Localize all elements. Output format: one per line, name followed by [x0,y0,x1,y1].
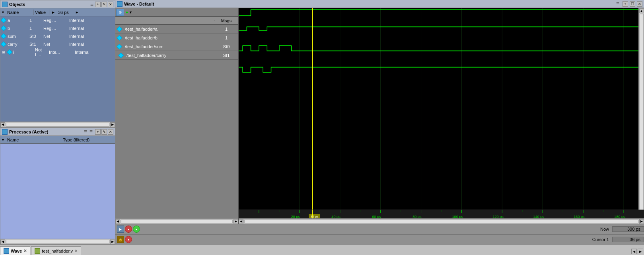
wave-scroll-left[interactable]: ◀ [239,219,243,224]
status-icon-1[interactable]: ▶ [117,226,124,233]
sig-scroll-left[interactable]: ◀ [115,219,120,224]
wave-add-btn[interactable]: + [623,1,628,7]
signal-icon [1,18,6,23]
obj-type-i: Inte... [48,49,74,55]
signal-h-scroll[interactable]: ◀ ▶ [115,218,238,224]
svg-text:160 ps: 160 ps [574,215,585,218]
status-icons-row1: ▶ ● ● [115,225,142,233]
sig-val-a: 1 [214,26,238,32]
objects-titlebar: Objects ☰ + ✎ ✕ [0,0,115,8]
table-row[interactable]: sum St0 Net Internal [0,32,115,40]
table-row[interactable]: b 1 Regi... Internal [0,24,115,32]
obj-name-carry: carry [7,41,29,47]
tab-scroll-right[interactable]: ▶ [638,249,643,254]
waveform-canvas[interactable] [239,8,644,210]
signal-icon-b [117,35,122,40]
expand-icon[interactable]: ⊞ [2,50,5,54]
processes-resize-handle[interactable]: ☰ [84,130,87,134]
sig-name-carry: /test_halfadder/carry [125,53,214,58]
svg-text:100 ps: 100 ps [452,215,463,218]
objects-resize-handle[interactable]: ☰ [90,2,93,6]
status-icon-4[interactable]: ● [125,236,132,243]
status-row-cursor: 🔒 ● Cursor 1 36 ps [115,235,644,245]
objects-edit-btn[interactable]: ✎ [101,2,107,7]
objects-add-btn[interactable]: + [95,2,101,7]
tab-scroll-left[interactable]: ◀ [631,249,637,254]
sig-scroll-right[interactable]: ▶ [233,219,238,224]
objects-panel: Objects ☰ + ✎ ✕ ▼ Name Value ▶ 36 ps ► [0,0,115,128]
wave-close-btn[interactable]: ✕ [637,1,642,7]
processes-rows [0,144,115,239]
waveform-h-scroll[interactable]: ◀ ▶ [239,218,644,224]
wave-dropdown-arrow[interactable]: ▼ [129,10,132,14]
processes-resize-handle2[interactable]: ☰ [89,130,93,134]
signal-list-header: Msgs [115,17,238,25]
wave-scroll-right[interactable]: ▶ [639,219,644,224]
wave-signal-indicator: ● [126,10,128,14]
proc-scroll-right[interactable]: ▶ [110,239,115,244]
status-icon-2[interactable]: ● [125,226,132,233]
processes-h-scroll[interactable]: ◀ ▶ [0,239,115,244]
sort-triangle[interactable]: ▼ [0,10,6,15]
obj-val-carry: St1 [29,41,43,47]
list-item[interactable]: /test_halfadder/sum St0 [115,42,238,51]
cursor-value: 36 ps [612,237,644,242]
processes-edit-btn[interactable]: ✎ [101,129,107,135]
list-item[interactable]: /test_halfadder/a 1 [115,25,238,33]
svg-text:60 ps: 60 ps [372,215,381,218]
scroll-right-btn[interactable]: ▶ [110,122,115,127]
table-row[interactable]: a 1 Regi... Internal [0,16,115,24]
wave-resize-handle[interactable]: ☰ [616,2,619,6]
sig-val-sum: St0 [214,44,238,49]
processes-close-btn[interactable]: ✕ [108,129,113,135]
wave-add-signal-btn[interactable]: ⊕ [116,9,124,16]
timeline-svg: 20 ps 40 ps 60 ps 80 ps 100 ps 120 ps 14… [239,210,644,218]
obj-scope-a: Internal [68,18,98,23]
proc-scroll-left[interactable]: ◀ [0,239,5,244]
status-icon-3[interactable]: ● [133,226,140,233]
table-row[interactable]: carry St1 Net Internal [0,40,115,48]
status-icon-lock[interactable]: 🔒 [117,236,124,243]
tab-wave[interactable]: Wave ✕ [0,246,30,255]
signal-icon-sum [117,43,122,49]
objects-h-scroll[interactable]: ◀ ▶ [0,122,115,127]
list-item[interactable]: /test_halfadder/carry St1 [115,51,238,60]
obj-scope-sum: Internal [68,33,98,39]
objects-close-btn[interactable]: ✕ [108,2,113,7]
wave-tab-close[interactable]: ✕ [23,249,27,253]
v-scroll-up[interactable]: ▲ [639,8,644,13]
sig-col-name-header [115,20,214,21]
processes-add-btn[interactable]: + [95,129,101,135]
col-arrow-header: ► [73,10,81,14]
wave-maximize-btn[interactable]: ☐ [630,1,635,7]
scroll-left-btn[interactable]: ◀ [0,122,5,127]
proc-scroll-track[interactable] [6,240,109,244]
obj-scope-b: Internal [68,26,98,31]
verilog-tab-close[interactable]: ✕ [74,249,78,253]
signal-icon [1,33,6,39]
objects-scroll-track[interactable] [6,123,109,127]
tab-verilog[interactable]: test_halfadder.v ✕ [31,246,81,255]
status-icons-row2: 🔒 ● [115,235,134,244]
top-area: Objects ☰ + ✎ ✕ ▼ Name Value ▶ 36 ps ► [0,0,644,245]
svg-text:40 ps: 40 ps [331,215,340,218]
sig-scroll-track[interactable] [121,220,233,224]
wave-title-icon [117,1,123,7]
sig-name-a: /test_halfadder/a [123,26,214,32]
sig-name-b: /test_halfadder/b [123,35,214,41]
timeline-ruler: 20 ps 40 ps 60 ps 80 ps 100 ps 120 ps 14… [239,210,644,218]
obj-type-sum: Net [43,33,68,39]
tab-scroll-controls: ◀ ▶ [630,248,644,255]
proc-sort-triangle[interactable]: ▼ [0,137,6,142]
v-scroll-track[interactable] [640,14,644,212]
wave-scroll-track[interactable] [244,220,638,224]
obj-type-b: Regi... [43,26,68,31]
obj-scope-carry: Internal [68,41,98,47]
waveform-v-scroll[interactable]: ▲ ▼ [638,8,644,218]
signal-icon-carry [118,52,124,58]
svg-text:180 ps: 180 ps [614,215,625,218]
list-item[interactable]: /test_halfadder/b 1 [115,33,238,42]
table-row[interactable]: ⊞ i Not L... Inte... Internal [0,48,115,56]
wave-tab-label: Wave [11,249,22,253]
objects-panel-icon [2,2,8,7]
